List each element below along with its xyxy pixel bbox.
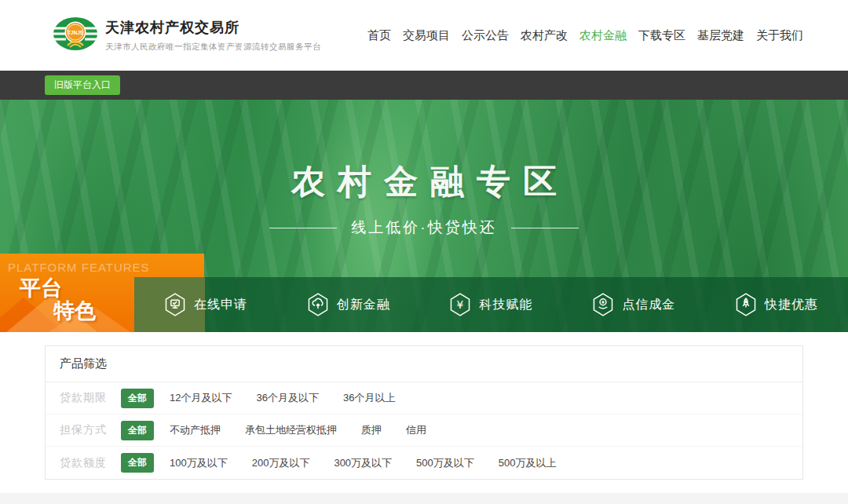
rocket-hexagon-icon (735, 293, 757, 316)
filter-row-guarantee-method: 担保方式 全部 不动产抵押 承包土地经营权抵押 质押 信用 (46, 415, 802, 447)
loan-term-option[interactable]: 12个月及以下 (170, 391, 232, 405)
filter-label-loan-amount: 贷款额度 (60, 456, 121, 470)
loan-amount-option[interactable]: 500万及以下 (416, 456, 474, 470)
loan-amount-all-button[interactable]: 全部 (121, 453, 154, 473)
site-header: TJNJS 天津农村产权交易所 天津市人民政府唯一指定集体资产资源流转交易服务平… (0, 0, 848, 71)
nav-item-party-building[interactable]: 基层党建 (697, 28, 744, 43)
svg-text:TJNJS: TJNJS (68, 30, 84, 35)
loan-amount-option[interactable]: 200万及以下 (252, 456, 310, 470)
cloud-up-hexagon-icon (307, 293, 329, 316)
banner-subtitle-row: 线上低价·快贷快还 (0, 217, 848, 238)
tab-innovative-finance[interactable]: 创新金融 (277, 277, 420, 332)
loan-amount-option[interactable]: 300万及以下 (334, 456, 392, 470)
filter-row-loan-term: 贷款期限 全部 12个月及以下 36个月及以下 36个月以上 (46, 382, 802, 415)
hand-coin-hexagon-icon (592, 293, 614, 316)
nav-item-downloads[interactable]: 下载专区 (638, 28, 685, 43)
svg-text:¥: ¥ (457, 298, 464, 311)
filter-panel-title: 产品筛选 (46, 346, 802, 382)
nav-item-trade-projects[interactable]: 交易项目 (403, 28, 450, 43)
nav-item-rural-finance[interactable]: 农村金融 (579, 28, 627, 43)
old-platform-entry-button[interactable]: 旧版平台入口 (45, 75, 120, 95)
hero-banner: 农村金融专区 线上低价·快贷快还 在线申请 (0, 100, 848, 332)
banner-title: 农村金融专区 (0, 159, 848, 205)
subtitle-left-line (269, 228, 337, 228)
site-title: 天津农村产权交易所 (105, 18, 321, 37)
filter-label-guarantee-method: 担保方式 (60, 423, 121, 437)
product-filter-panel: 产品筛选 贷款期限 全部 12个月及以下 36个月及以下 36个月以上 担保方式… (45, 345, 803, 480)
tab-credit-to-gold[interactable]: 点信成金 (562, 277, 705, 332)
guarantee-option[interactable]: 信用 (406, 423, 426, 437)
filter-label-loan-term: 贷款期限 (60, 391, 121, 405)
secondary-topbar: 旧版平台入口 (0, 71, 848, 100)
loan-term-all-button[interactable]: 全部 (121, 389, 154, 408)
nav-item-announcements[interactable]: 公示公告 (462, 28, 509, 43)
nav-item-about-us[interactable]: 关于我们 (756, 28, 803, 43)
monitor-check-hexagon-icon (164, 293, 186, 316)
guarantee-option[interactable]: 质押 (361, 423, 382, 437)
guarantee-option[interactable]: 不动产抵押 (170, 423, 221, 437)
tab-tech-empower[interactable]: ¥ 科技赋能 (420, 277, 563, 332)
tab-quick-discount[interactable]: 快捷优惠 (705, 277, 848, 332)
site-logo[interactable]: TJNJS 天津农村产权交易所 天津市人民政府唯一指定集体资产资源流转交易服务平… (52, 14, 321, 57)
tab-online-apply[interactable]: 在线申请 (134, 277, 277, 332)
feature-tabbar: 在线申请 创新金融 ¥ 科技赋能 (134, 277, 848, 332)
site-subtitle: 天津市人民政府唯一指定集体资产资源流转交易服务平台 (105, 42, 321, 53)
platform-features-en-label: PLATFORM FEATURES (8, 261, 150, 274)
subtitle-right-line (511, 228, 579, 228)
nav-item-rural-reform[interactable]: 农村产改 (521, 28, 568, 43)
main-nav: 首页 交易项目 公示公告 农村产改 农村金融 下载专区 基层党建 关于我们 (367, 28, 803, 43)
loan-amount-option[interactable]: 500万及以上 (499, 456, 557, 470)
loan-term-option[interactable]: 36个月及以下 (256, 391, 318, 405)
guarantee-option[interactable]: 承包土地经营权抵押 (245, 423, 337, 437)
loan-amount-option[interactable]: 100万及以下 (170, 456, 228, 470)
banner-subtitle: 线上低价·快贷快还 (351, 217, 496, 238)
filter-row-loan-amount: 贷款额度 全部 100万及以下 200万及以下 300万及以下 500万及以下 … (46, 447, 802, 479)
footer-strip (0, 493, 848, 504)
platform-features-cn-line2: 特色 (53, 297, 96, 325)
nav-item-home[interactable]: 首页 (367, 28, 391, 43)
guarantee-all-button[interactable]: 全部 (121, 421, 154, 440)
yen-hexagon-icon: ¥ (449, 293, 471, 316)
loan-term-option[interactable]: 36个月以上 (343, 391, 395, 405)
tjnjs-logo-icon: TJNJS (52, 14, 99, 57)
